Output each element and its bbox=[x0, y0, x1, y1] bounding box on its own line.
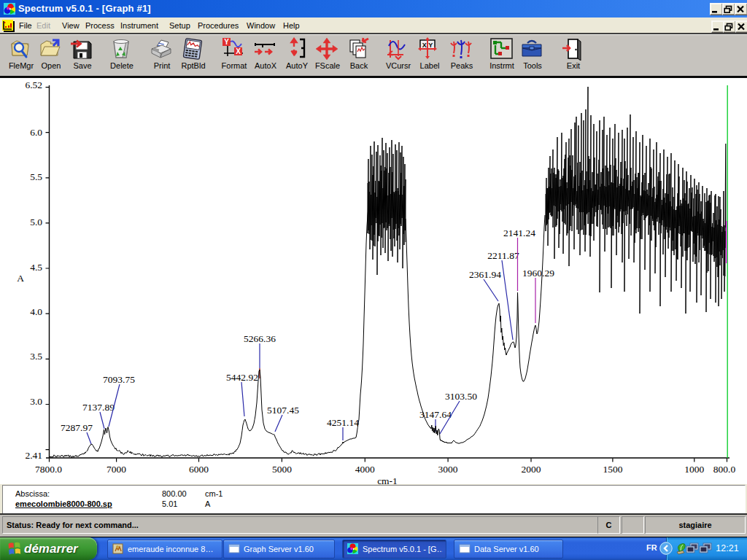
svg-text:6.52: 6.52 bbox=[25, 79, 42, 90]
svg-text:5107.45: 5107.45 bbox=[267, 405, 299, 416]
svg-text:2.41: 2.41 bbox=[25, 450, 42, 461]
svg-text:6.0: 6.0 bbox=[30, 127, 42, 138]
svg-text:800.0: 800.0 bbox=[713, 464, 736, 475]
svg-text:4.5: 4.5 bbox=[30, 262, 42, 273]
svg-text:1500: 1500 bbox=[603, 464, 622, 475]
svg-text:7287.97: 7287.97 bbox=[61, 422, 93, 433]
svg-text:A: A bbox=[17, 273, 24, 284]
svg-text:5000: 5000 bbox=[272, 464, 292, 475]
svg-text:1000: 1000 bbox=[684, 464, 704, 475]
svg-text:Y: Y bbox=[224, 38, 229, 46]
svg-text:7093.75: 7093.75 bbox=[103, 374, 135, 385]
svg-text:3000: 3000 bbox=[438, 464, 458, 475]
svg-text:6000: 6000 bbox=[189, 464, 209, 475]
svg-text:4.0: 4.0 bbox=[30, 306, 42, 317]
svg-text:3.5: 3.5 bbox=[30, 351, 42, 362]
svg-text:4251.14: 4251.14 bbox=[327, 417, 359, 428]
svg-text:cm-1: cm-1 bbox=[377, 475, 398, 486]
svg-text:5.5: 5.5 bbox=[30, 171, 42, 182]
svg-text:3103.50: 3103.50 bbox=[445, 391, 477, 402]
svg-text:2000: 2000 bbox=[522, 464, 541, 475]
svg-text:3.0: 3.0 bbox=[30, 396, 42, 407]
svg-text:2211.87: 2211.87 bbox=[487, 250, 519, 261]
svg-text:2141.24: 2141.24 bbox=[503, 228, 535, 238]
svg-text:7137.89: 7137.89 bbox=[82, 402, 115, 413]
svg-text:5266.36: 5266.36 bbox=[244, 333, 276, 344]
svg-text:X: X bbox=[236, 47, 241, 55]
svg-text:2361.94: 2361.94 bbox=[469, 269, 501, 280]
svg-text:5.0: 5.0 bbox=[30, 217, 42, 228]
svg-text:5442.92: 5442.92 bbox=[226, 372, 258, 383]
svg-text:4000: 4000 bbox=[355, 464, 375, 475]
svg-text:7800.0: 7800.0 bbox=[35, 464, 62, 475]
svg-text:3147.64: 3147.64 bbox=[419, 409, 452, 420]
svg-text:7000: 7000 bbox=[107, 464, 126, 475]
svg-text:1960.29: 1960.29 bbox=[522, 268, 554, 279]
